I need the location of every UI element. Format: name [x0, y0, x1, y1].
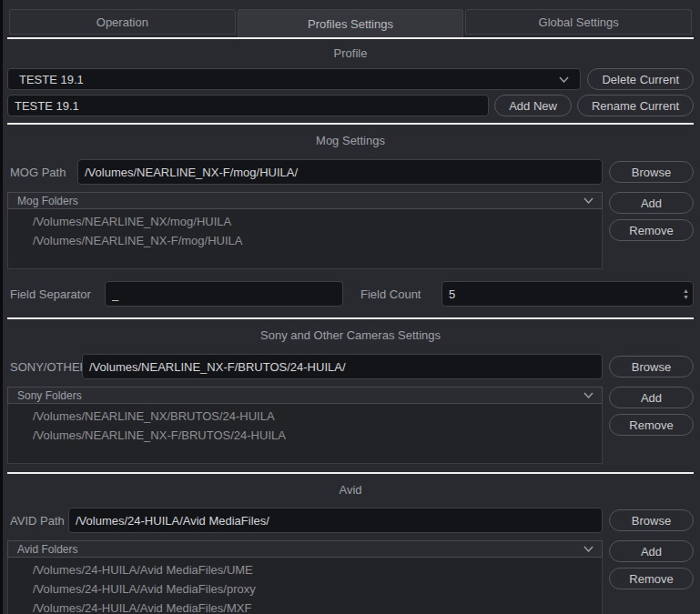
avid-path-label: AVID Path — [7, 514, 68, 528]
chevron-down-icon — [583, 546, 593, 552]
sony-folders-list: /Volumes/NEARLINE_NX/BRUTOS/24-HUILA /Vo… — [7, 404, 603, 464]
chevron-down-icon — [559, 76, 569, 83]
chevron-down-icon — [583, 197, 593, 204]
tab-bar: Operation Profiles Settings Global Setti… — [9, 9, 692, 37]
tab-operation[interactable]: Operation — [9, 9, 236, 35]
spinner-down-icon[interactable]: ▼ — [683, 295, 689, 300]
field-separator-label: Field Separator — [7, 287, 105, 301]
avid-folders-dropdown[interactable]: Avid Folders — [7, 540, 603, 558]
sony-folders-label: Sony Folders — [17, 389, 82, 402]
profile-name-input[interactable] — [7, 95, 489, 116]
mog-folders-list: /Volumes/NEARLINE_NX/mog/HUILA /Volumes/… — [7, 209, 603, 269]
mog-folders-dropdown[interactable]: Mog Folders — [7, 192, 603, 209]
add-new-button[interactable]: Add New — [494, 95, 572, 116]
mog-folders-widget: Mog Folders /Volumes/NEARLINE_NX/mog/HUI… — [7, 192, 603, 269]
avid-browse-button[interactable]: Browse — [609, 509, 694, 531]
avid-remove-button[interactable]: Remove — [609, 568, 694, 589]
avid-section-title: Avid — [7, 474, 694, 508]
field-separator-input[interactable] — [105, 281, 343, 307]
mog-path-label: MOG Path — [7, 166, 77, 179]
avid-path-input[interactable] — [68, 508, 603, 533]
sony-folders-dropdown[interactable]: Sony Folders — [7, 387, 603, 404]
profiles-settings-panel: Operation Profiles Settings Global Setti… — [3, 0, 700, 614]
mog-browse-button[interactable]: Browse — [609, 161, 694, 183]
list-item[interactable]: /Volumes/24-HUILA/Avid MediaFiles/proxy — [8, 579, 602, 599]
field-count-label: Field Count — [358, 287, 441, 301]
sony-add-button[interactable]: Add — [609, 387, 694, 408]
list-item[interactable]: /Volumes/NEARLINE_NX-F/BRUTOS/24-HUILA — [8, 426, 602, 445]
sony-folders-widget: Sony Folders /Volumes/NEARLINE_NX/BRUTOS… — [7, 387, 603, 464]
avid-add-button[interactable]: Add — [609, 540, 694, 562]
mog-path-input[interactable] — [77, 159, 603, 185]
field-count-input[interactable] — [441, 281, 694, 307]
mog-section-title: Mog Settings — [7, 125, 694, 159]
list-item[interactable]: /Volumes/NEARLINE_NX-F/mog/HUILA — [8, 231, 602, 250]
sony-path-label: SONY/OTHER — [7, 360, 82, 374]
sony-section-title: Sony and Other Cameras Settings — [7, 319, 694, 354]
list-item[interactable]: /Volumes/NEARLINE_NX/mog/HUILA — [8, 212, 602, 231]
sony-browse-button[interactable]: Browse — [609, 356, 694, 377]
sony-remove-button[interactable]: Remove — [609, 414, 694, 436]
list-item[interactable]: /Volumes/NEARLINE_NX/BRUTOS/24-HUILA — [8, 407, 602, 426]
avid-folders-widget: Avid Folders /Volumes/24-HUILA/Avid Medi… — [7, 540, 603, 614]
avid-folders-list: /Volumes/24-HUILA/Avid MediaFiles/UME /V… — [7, 558, 603, 614]
sony-path-input[interactable] — [82, 354, 603, 379]
rename-current-button[interactable]: Rename Current — [577, 95, 694, 116]
profile-section-title: Profile — [7, 39, 694, 68]
mog-folders-label: Mog Folders — [17, 195, 78, 207]
list-item[interactable]: /Volumes/24-HUILA/Avid MediaFiles/UME — [8, 560, 602, 579]
avid-folders-label: Avid Folders — [17, 543, 77, 556]
mog-remove-button[interactable]: Remove — [609, 219, 694, 241]
delete-current-button[interactable]: Delete Current — [587, 68, 694, 90]
tab-profiles-settings[interactable]: Profiles Settings — [238, 9, 464, 37]
tab-global-settings[interactable]: Global Settings — [465, 9, 692, 35]
chevron-down-icon — [583, 392, 593, 398]
list-item[interactable]: /Volumes/24-HUILA/Avid MediaFiles/MXF — [8, 599, 602, 614]
mog-add-button[interactable]: Add — [609, 192, 694, 214]
field-count-spinner: ▲ ▼ — [441, 281, 694, 307]
profile-dropdown-value: TESTE 19.1 — [19, 73, 84, 86]
profile-dropdown[interactable]: TESTE 19.1 — [7, 68, 581, 90]
